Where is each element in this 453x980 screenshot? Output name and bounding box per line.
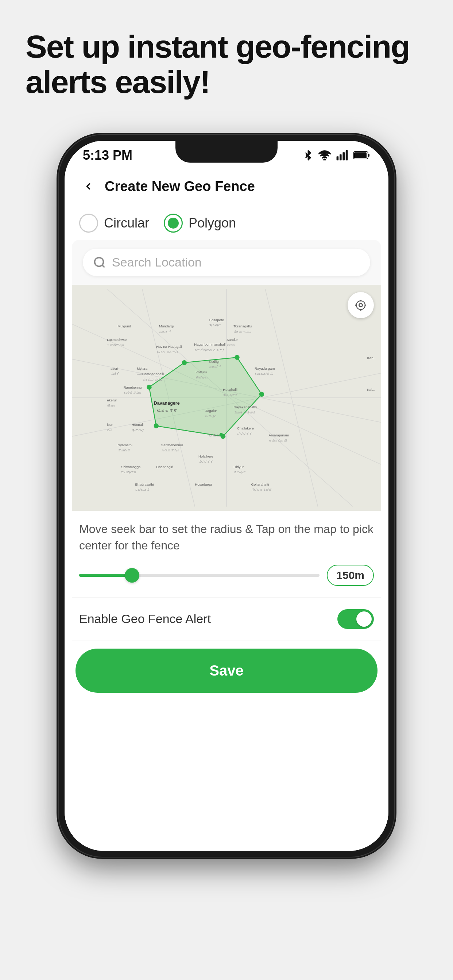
svg-text:ಸಂತೇಬೆನ್ನೂರ: ಸಂತೇಬೆನ್ನೂರ: [161, 449, 180, 452]
svg-point-93: [359, 304, 362, 307]
circular-radio[interactable]: Circular: [79, 214, 149, 232]
signal-icon: [336, 150, 348, 161]
status-icons: [303, 150, 370, 161]
svg-point-0: [324, 159, 325, 161]
svg-point-22: [259, 392, 264, 397]
svg-line-9: [102, 265, 105, 267]
svg-text:Kudligi: Kudligi: [209, 360, 220, 363]
svg-text:ಹೊಳಲ್ಕೆರೆ: ಹೊಳಲ್ಕೆರೆ: [198, 460, 214, 464]
svg-text:Hiriyur: Hiriyur: [233, 465, 244, 469]
svg-text:ಶಿವಮೊಗ್ಗ: ಶಿವಮೊಗ್ಗ: [121, 471, 137, 474]
svg-text:Amarapuram: Amarapuram: [269, 433, 289, 437]
svg-text:averi: averi: [110, 366, 118, 371]
geo-fence-toggle[interactable]: [337, 609, 374, 629]
location-button[interactable]: [348, 292, 374, 318]
nav-title: Create New Geo Fence: [105, 179, 255, 194]
svg-text:ಹುವಿನ ಹಡಗಲಿ: ಹುವಿನ ಹಡಗಲಿ: [156, 351, 178, 355]
map-hint: Move seek bar to set the radius & Tap on…: [65, 511, 388, 557]
svg-text:ಲಕ್ಷೇಶ್ವರ: ಲಕ್ಷೇಶ್ವರ: [107, 344, 125, 347]
svg-text:ಮ್ಯಲಾರ: ಮ್ಯಲಾರ: [137, 372, 149, 376]
svg-rect-4: [346, 150, 348, 161]
svg-text:ಸಂಡೂರ: ಸಂಡೂರ: [226, 344, 236, 347]
svg-text:Rayadurgam: Rayadurgam: [255, 366, 274, 371]
circular-radio-label: Circular: [104, 215, 149, 231]
svg-text:Chitradur...: Chitradur...: [209, 433, 226, 437]
search-icon: [93, 256, 106, 269]
svg-text:Channagiri: Channagiri: [156, 465, 173, 469]
geo-fence-label: Enable Geo Fence Alert: [79, 612, 211, 626]
polygon-radio-label: Polygon: [188, 215, 236, 231]
back-button[interactable]: [79, 177, 97, 196]
svg-text:ಹೊಸಪೇಟೆ: ಹೊಸಪೇಟೆ: [209, 324, 221, 328]
svg-text:Bhadravathi: Bhadravathi: [135, 482, 153, 486]
phone-shell: 5:13 PM: [59, 135, 394, 857]
svg-text:Challakere: Challakere: [237, 426, 254, 430]
svg-text:ಹೊನ್ನಾಳಿ: ಹೊನ್ನಾಳಿ: [132, 429, 144, 433]
svg-text:ಹರಪನಹಳ್ಳಿ: ಹರಪನಹಳ್ಳಿ: [142, 378, 163, 382]
search-container: Search Location: [72, 240, 381, 285]
save-button[interactable]: Save: [75, 649, 378, 693]
polygon-radio-outer: [164, 214, 183, 232]
svg-text:Mundargi: Mundargi: [159, 324, 174, 328]
svg-text:ಅಮರಪುರಮ್: ಅಮರಪುರಮ್: [269, 439, 287, 442]
svg-text:ತೊರಣಗಲ್ಲು: ತೊರಣಗಲ್ಲು: [233, 330, 251, 334]
svg-point-20: [182, 360, 187, 365]
svg-text:Kan...: Kan...: [367, 356, 376, 360]
svg-text:Hagaribommanahalli: Hagaribommanahalli: [194, 342, 226, 346]
svg-text:Mylara: Mylara: [137, 366, 148, 371]
save-button-label: Save: [209, 662, 243, 679]
svg-text:Santhebennur: Santhebennur: [161, 443, 183, 447]
status-time: 5:13 PM: [83, 148, 132, 163]
svg-text:ಹೊಸಹಳ್ಳಿ: ಹೊಸಹಳ್ಳಿ: [223, 393, 238, 397]
svg-text:Hosahalli: Hosahalli: [223, 388, 238, 391]
svg-text:Kotturu: Kotturu: [196, 370, 207, 374]
svg-text:ಹಿರಿಯೂರ್: ಹಿರಿಯೂರ್: [233, 471, 246, 474]
slider-thumb[interactable]: [125, 568, 139, 582]
page-header: Set up instant geo-fencing alerts easily…: [26, 29, 427, 100]
svg-text:ekerur: ekerur: [107, 398, 117, 402]
svg-text:ಕೀರೂರ: ಕೀರೂರ: [107, 404, 116, 407]
slider-area: 150m: [65, 557, 388, 597]
svg-text:ಕೂಡ್ಲಿಗಿ: ಕೂಡ್ಲಿಗಿ: [209, 365, 222, 369]
svg-text:Huvina Hadagali: Huvina Hadagali: [156, 345, 182, 348]
svg-text:ಕೊಟ್ಟೂರು: ಕೊಟ್ಟೂರು: [196, 376, 207, 380]
svg-text:ರಾಯದುರ್ಗಮ್: ರಾಯದುರ್ಗಮ್: [255, 372, 273, 376]
svg-text:Laxmeshwar: Laxmeshwar: [107, 337, 127, 342]
svg-text:Jagalur: Jagalur: [205, 409, 217, 413]
phone-screen: 5:13 PM: [65, 141, 388, 851]
svg-text:Davanagere: Davanagere: [154, 401, 180, 406]
svg-rect-6: [368, 154, 370, 157]
svg-rect-2: [340, 154, 342, 161]
svg-text:Kal...: Kal...: [367, 388, 375, 391]
slider-value: 150m: [327, 565, 374, 586]
search-box[interactable]: Search Location: [83, 249, 370, 276]
svg-point-24: [154, 423, 159, 428]
svg-text:ಪುರ: ಪುರ: [107, 429, 113, 433]
svg-text:Honnali: Honnali: [132, 423, 144, 426]
svg-point-94: [356, 301, 365, 310]
geo-fence-toggle-row: Enable Geo Fence Alert: [65, 598, 388, 641]
svg-text:ipur: ipur: [107, 423, 113, 426]
map-area[interactable]: Davanagere ದಾವಣಗೆರೆ Mulgund Mundargi ಮುಂ…: [72, 285, 381, 511]
search-placeholder: Search Location: [112, 255, 202, 269]
svg-text:Nayakanahatty: Nayakanahatty: [233, 405, 257, 409]
svg-text:ಚಳ್ಳಕೆರೆ: ಚಳ್ಳಕೆರೆ: [237, 432, 252, 436]
svg-text:ಮುಂಡರಗಿ: ಮುಂಡರಗಿ: [159, 330, 171, 334]
polygon-radio[interactable]: Polygon: [164, 214, 236, 232]
polygon-radio-inner: [168, 218, 179, 229]
svg-text:ರಾಣೇಬೆನ್ನೂರ: ರಾಣೇಬೆನ್ನೂರ: [124, 391, 142, 395]
svg-point-74: [220, 433, 223, 436]
svg-text:ಭದ್ರಾವತಿ: ಭದ್ರಾವತಿ: [135, 488, 150, 492]
svg-text:ಹಗರಿಬೊಮ್ಮನಹಳ್ಳಿ: ಹಗರಿಬೊಮ್ಮನಹಳ್ಳಿ: [194, 348, 225, 352]
slider-track[interactable]: [79, 574, 319, 577]
nav-header: Create New Geo Fence: [65, 170, 388, 203]
svg-text:Ranebennur: Ranebennur: [124, 385, 144, 390]
svg-text:Toranagallu: Toranagallu: [233, 324, 252, 328]
svg-text:Shivamogga: Shivamogga: [121, 465, 141, 469]
svg-rect-3: [343, 153, 345, 161]
content-area: Circular Polygon: [65, 203, 388, 851]
svg-text:ದಾವಣಗೆರೆ: ದಾವಣಗೆರೆ: [156, 409, 177, 413]
slider-fill: [79, 574, 132, 577]
svg-text:ನಾಯಕನಹಟ್ಟಿ: ನಾಯಕನಹಟ್ಟಿ: [233, 411, 255, 415]
svg-point-21: [234, 355, 239, 360]
